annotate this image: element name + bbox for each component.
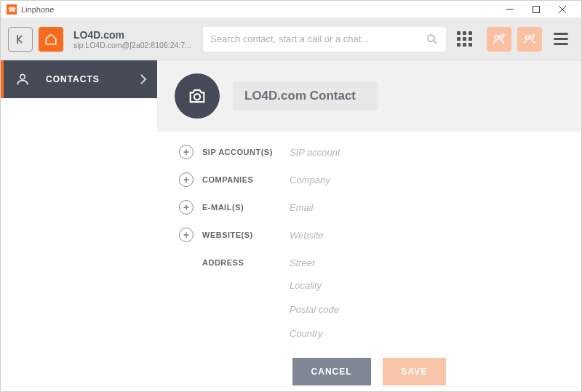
sidebar-item-contacts[interactable]: CONTACTS <box>1 60 157 98</box>
menu-button[interactable] <box>551 29 571 49</box>
contacts-icon <box>15 72 30 87</box>
companies-label: COMPANIES <box>202 175 290 184</box>
sidebar: CONTACTS <box>1 60 157 392</box>
address-group <box>202 279 559 340</box>
body: CONTACTS LO4D.com Contact + SIP ACCOUNT(… <box>1 60 581 392</box>
home-icon <box>44 33 57 46</box>
svg-point-1 <box>428 35 434 41</box>
svg-text:+: + <box>503 33 504 36</box>
search-input[interactable] <box>210 33 426 44</box>
collapse-sidebar-button[interactable] <box>8 27 33 52</box>
sip-input[interactable] <box>290 145 559 159</box>
avatar-upload-button[interactable] <box>175 73 220 119</box>
search-icon <box>426 33 439 46</box>
identity-name: LO4D.com <box>73 29 197 41</box>
cancel-button[interactable]: CANCEL <box>292 358 371 385</box>
window-title: Linphone <box>21 5 54 14</box>
street-input[interactable] <box>290 256 559 270</box>
add-company-button[interactable]: + <box>179 172 194 187</box>
country-input[interactable] <box>290 327 559 340</box>
emails-label: E-MAIL(S) <box>202 203 290 212</box>
svg-point-7 <box>530 36 533 39</box>
group-call-icon <box>522 32 537 47</box>
email-input[interactable] <box>290 201 559 215</box>
camera-icon <box>187 86 207 106</box>
actions: CANCEL SAVE <box>179 358 559 385</box>
sip-label: SIP ACCOUNT(S) <box>202 148 290 156</box>
app-icon: ☎ <box>7 4 17 15</box>
row-companies: + COMPANIES <box>179 172 559 187</box>
conference-call-button[interactable] <box>517 27 542 52</box>
sidebar-item-label: CONTACTS <box>46 74 100 84</box>
main-content: LO4D.com Contact + SIP ACCOUNT(S) + COMP… <box>157 60 581 392</box>
svg-point-9 <box>194 94 200 100</box>
svg-point-6 <box>525 36 529 39</box>
dialpad-icon <box>457 31 472 47</box>
row-emails: + E-MAIL(S) <box>179 200 559 215</box>
postal-input[interactable] <box>290 303 559 316</box>
close-button[interactable] <box>549 1 575 18</box>
window-titlebar: ☎ Linphone <box>1 1 581 18</box>
identity-block[interactable]: LO4D.com sip:LO4D.com@[2a02:8106:24:7... <box>73 29 197 49</box>
top-toolbar: LO4D.com sip:LO4D.com@[2a02:8106:24:7...… <box>1 18 581 60</box>
chevron-right-icon <box>140 74 147 84</box>
add-sip-button[interactable]: + <box>179 145 194 159</box>
row-websites: + WEBSITE(S) <box>179 228 559 242</box>
contact-form: + SIP ACCOUNT(S) + COMPANIES + E-MAIL(S)… <box>157 132 581 385</box>
add-email-button[interactable]: + <box>179 200 194 215</box>
menu-icon <box>554 38 568 40</box>
websites-label: WEBSITE(S) <box>202 231 290 239</box>
minimize-button[interactable] <box>497 1 523 18</box>
save-button[interactable]: SAVE <box>383 358 447 385</box>
locality-input[interactable] <box>290 279 559 292</box>
svg-rect-0 <box>533 6 540 12</box>
svg-point-2 <box>495 36 498 39</box>
contact-header: LO4D.com Contact <box>157 60 581 132</box>
identity-sip: sip:LO4D.com@[2a02:8106:24:7... <box>73 41 197 49</box>
svg-point-8 <box>20 74 25 79</box>
company-input[interactable] <box>290 173 559 187</box>
search-box[interactable] <box>203 27 446 52</box>
contact-name-input[interactable]: LO4D.com Contact <box>233 81 378 111</box>
website-input[interactable] <box>290 228 559 242</box>
maximize-button[interactable] <box>523 1 549 18</box>
add-website-button[interactable]: + <box>179 228 194 242</box>
row-sip: + SIP ACCOUNT(S) <box>179 145 559 159</box>
home-button[interactable] <box>39 27 63 52</box>
group-plus-icon: + <box>492 32 506 47</box>
dialpad-button[interactable] <box>452 27 477 52</box>
conference-button[interactable]: + <box>487 27 511 52</box>
row-address: + ADDRESS <box>179 255 559 270</box>
address-label: ADDRESS <box>202 258 290 267</box>
